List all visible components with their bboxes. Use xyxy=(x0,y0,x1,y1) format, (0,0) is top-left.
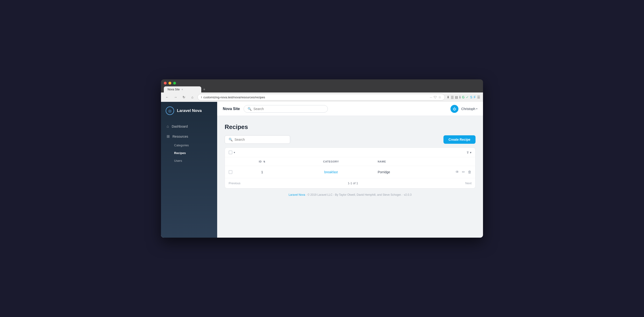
th-name: NAME xyxy=(374,157,447,166)
select-all-checkbox[interactable] xyxy=(229,151,232,154)
table-header-row: ID ⇅ CATEGORY NAME xyxy=(225,157,475,166)
delete-icon[interactable]: 🗑 xyxy=(468,170,472,174)
td-category: breakfast xyxy=(288,166,374,178)
sidebar-item-dashboard[interactable]: ⌂ Dashboard xyxy=(161,122,217,131)
home-button[interactable]: ⌂ xyxy=(189,94,196,100)
filter-button[interactable]: ⊽ ▾ xyxy=(466,151,472,154)
sidebar-item-categories[interactable]: Categories xyxy=(161,141,217,149)
th-checkbox xyxy=(225,157,236,166)
minimize-dot[interactable] xyxy=(168,82,171,85)
td-name: Porridge xyxy=(374,166,447,178)
footer-version: v2.0.3 xyxy=(404,193,412,196)
th-id: ID ⇅ xyxy=(236,157,288,166)
home-icon: ⌂ xyxy=(166,124,169,129)
library-icon[interactable]: ||| xyxy=(451,95,454,99)
resource-search-input[interactable] xyxy=(234,138,286,141)
pagination-previous[interactable]: Previous xyxy=(229,181,240,185)
footer-separator-1: · xyxy=(306,193,308,196)
content-toolbar: 🔍 Create Recipe xyxy=(225,135,476,144)
menu-icon[interactable]: ☰ xyxy=(477,95,480,99)
ext4-icon[interactable]: F xyxy=(474,95,476,99)
browser-actions: ⬇ ||| ▤ ℹ G ✓ S F ☰ xyxy=(447,95,480,99)
header-site-title: Nova Site xyxy=(223,107,240,111)
forward-button[interactable]: → xyxy=(172,94,179,100)
address-info-icon: ℹ xyxy=(201,96,202,99)
header-search-box[interactable]: 🔍 xyxy=(244,105,328,113)
header-search-icon: 🔍 xyxy=(248,107,252,111)
select-dropdown-chevron-icon[interactable]: ▾ xyxy=(234,151,235,154)
sidebar-nav: ⌂ Dashboard ⊞ Resources Categories Recip… xyxy=(161,120,217,166)
table-footer: Previous 1-1 of 1 Next xyxy=(225,178,475,188)
bulk-select-area: ▾ xyxy=(229,151,235,154)
back-button[interactable]: ← xyxy=(164,94,170,100)
sidebar-logo: ◎ Laravel Nova xyxy=(161,102,217,120)
close-dot[interactable] xyxy=(164,82,166,85)
ext2-icon[interactable]: ✓ xyxy=(466,95,469,99)
sidebar: ◎ Laravel Nova ⌂ Dashboard ⊞ Resources C… xyxy=(161,102,217,238)
page-title: Recipes xyxy=(225,123,476,131)
footer-nova-link[interactable]: Laravel Nova xyxy=(288,193,305,196)
browser-tab[interactable]: Nova Site × xyxy=(164,86,201,93)
bookmark-icon: ☆ xyxy=(438,95,441,99)
footer-copyright: © 2019 Laravel LLC - By Taylor Otwell, D… xyxy=(308,193,402,196)
user-menu[interactable]: Christoph ▾ xyxy=(461,107,478,111)
user-chevron-icon: ▾ xyxy=(476,108,478,110)
sidebar-item-resources[interactable]: ⊞ Resources xyxy=(161,131,217,141)
address-bar[interactable]: ℹ customizing-nova.test/nova/resources/r… xyxy=(198,94,445,100)
page-footer: Laravel Nova · © 2019 Laravel LLC - By T… xyxy=(225,188,476,201)
resource-search-box[interactable]: 🔍 xyxy=(225,135,290,144)
reload-button[interactable]: ↻ xyxy=(181,94,187,100)
table-top-bar: ▾ ⊽ ▾ xyxy=(225,148,475,157)
ext1-icon[interactable]: G xyxy=(462,95,464,99)
table-row: 1 breakfast Porridge 👁 ✏ 🗑 xyxy=(225,166,475,178)
resource-search-icon: 🔍 xyxy=(229,138,232,141)
nova-logo-icon: ◎ xyxy=(166,107,174,115)
header-search-input[interactable] xyxy=(254,107,324,111)
ext3-icon[interactable]: S xyxy=(470,95,472,99)
td-row-actions: 👁 ✏ 🗑 xyxy=(447,166,475,178)
pagination-next[interactable]: Next xyxy=(465,181,472,185)
sidebar-logo-text: Laravel Nova xyxy=(177,108,202,113)
recipes-table-card: ▾ ⊽ ▾ ID ⇅ xyxy=(225,148,476,188)
top-header: Nova Site 🔍 ⏻ Christoph ▾ xyxy=(217,102,483,116)
row-actions: 👁 ✏ 🗑 xyxy=(451,170,472,174)
header-right-area: ⏻ Christoph ▾ xyxy=(450,105,478,113)
recipes-table: ID ⇅ CATEGORY NAME xyxy=(225,157,475,178)
category-link[interactable]: breakfast xyxy=(324,170,338,174)
edit-icon[interactable]: ✏ xyxy=(462,170,465,174)
sidebar-dashboard-label: Dashboard xyxy=(172,125,188,128)
view-icon[interactable]: 👁 xyxy=(456,170,459,174)
sidebar-resources-label: Resources xyxy=(172,135,188,138)
info-icon[interactable]: ℹ xyxy=(459,95,460,99)
row-checkbox[interactable] xyxy=(229,170,232,174)
user-avatar: ⏻ xyxy=(450,105,458,113)
create-recipe-button[interactable]: Create Recipe xyxy=(444,135,476,144)
th-actions xyxy=(447,157,475,166)
new-tab-button[interactable]: + xyxy=(203,87,205,92)
main-content: Nova Site 🔍 ⏻ Christoph ▾ Recipe xyxy=(217,102,483,238)
filter-icon: ⊽ xyxy=(466,151,469,154)
sidebar-item-users[interactable]: Users xyxy=(161,157,217,165)
url-display: customizing-nova.test/nova/resources/rec… xyxy=(203,96,428,99)
maximize-dot[interactable] xyxy=(173,82,176,85)
sort-icon[interactable]: ⇅ xyxy=(263,160,265,163)
download-icon[interactable]: ⬇ xyxy=(447,95,450,99)
td-id: 1 xyxy=(236,166,288,178)
reader-icon[interactable]: ▤ xyxy=(455,95,458,99)
browser-nav-bar: ← → ↻ ⌂ ℹ customizing-nova.test/nova/res… xyxy=(161,93,483,102)
tab-close-button[interactable]: × xyxy=(182,88,183,91)
pocket-icon: 🛡 xyxy=(434,95,437,99)
content-area: Recipes 🔍 Create Recipe ▾ xyxy=(217,116,483,238)
th-category: CATEGORY xyxy=(288,157,374,166)
sidebar-item-recipes[interactable]: Recipes xyxy=(161,149,217,157)
grid-icon: ⊞ xyxy=(166,134,170,139)
filter-chevron-icon: ▾ xyxy=(470,151,472,154)
address-options-icon: ··· xyxy=(430,96,432,99)
td-row-checkbox xyxy=(225,166,236,178)
pagination-info: 1-1 of 1 xyxy=(348,181,358,185)
tab-title: Nova Site xyxy=(168,88,180,91)
